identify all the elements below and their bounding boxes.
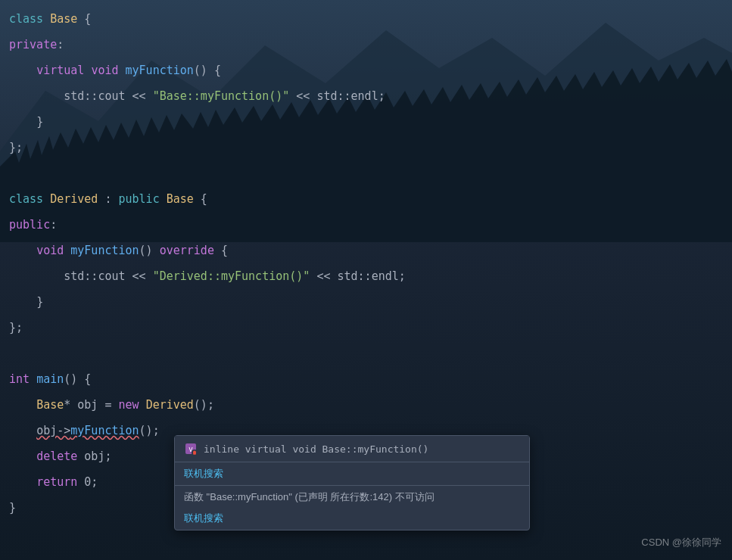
function-name-main: main — [36, 366, 64, 392]
code-line-8: class Derived : public Base { — [0, 186, 732, 212]
tooltip-link-1[interactable]: 联机搜索 — [175, 462, 529, 485]
code-line-14 — [0, 341, 732, 366]
class-base-name: Base — [50, 6, 77, 32]
base-class-ref: Base — [167, 186, 194, 212]
keyword-return: return — [36, 469, 77, 495]
keyword-public: public — [9, 212, 50, 238]
tooltip-error-text: 函数 "Base::myFunction" (已声明 所在行数:142) 不可访… — [175, 486, 529, 507]
code-line-13: }; — [0, 315, 732, 341]
string-derived-func: "Derived::myFunction()" — [153, 263, 310, 289]
tooltip-header: v inline virtual void Base::myFunction() — [175, 436, 529, 462]
code-line-3: virtual void myFunction () { — [0, 58, 732, 83]
code-line-5: } — [0, 109, 732, 135]
code-line-9: public : — [0, 212, 732, 238]
code-line-12: } — [0, 289, 732, 315]
keyword-void-2: void — [36, 238, 64, 263]
watermark-text: CSDN @徐徐同学 — [641, 536, 721, 549]
code-line-4: std::cout << "Base::myFunction()" << std… — [0, 83, 732, 109]
tooltip-link-2[interactable]: 联机搜索 — [175, 507, 529, 530]
code-line-2: private : — [0, 32, 732, 58]
code-line-7 — [0, 160, 732, 186]
intellisense-tooltip: v inline virtual void Base::myFunction()… — [174, 435, 530, 530]
function-name-myfunction-2: myFunction — [70, 238, 139, 263]
code-line-1: class Base { — [0, 6, 732, 32]
derived-type-ref: Derived — [146, 392, 194, 418]
svg-rect-4 — [193, 453, 195, 455]
keyword-private: private — [9, 32, 57, 58]
keyword-class: class — [9, 6, 43, 32]
keyword-public-access: public — [119, 186, 160, 212]
code-line-16: Base * obj = new Derived (); — [0, 392, 732, 418]
base-type-ref: Base — [36, 392, 64, 418]
code-line-6: }; — [0, 135, 732, 160]
keyword-int: int — [9, 366, 30, 392]
string-base-func: "Base::myFunction()" — [153, 83, 290, 109]
code-line-10: void myFunction () override { — [0, 238, 732, 263]
class-derived-name: Derived — [50, 186, 98, 212]
keyword-override: override — [160, 238, 214, 263]
keyword-delete: delete — [36, 443, 77, 469]
obj-call-squiggle: obj-> — [36, 418, 70, 443]
keyword-new: new — [119, 392, 139, 418]
code-line-15: int main () { — [0, 366, 732, 392]
tooltip-signature-text: inline virtual void Base::myFunction() — [204, 443, 428, 455]
keyword-virtual: virtual — [36, 58, 84, 83]
keyword-void: void — [91, 58, 118, 83]
keyword-class-2: class — [9, 186, 43, 212]
virtual-method-icon: v — [184, 442, 198, 456]
function-name-myfunction: myFunction — [126, 58, 194, 83]
code-line-11: std::cout << "Derived::myFunction()" << … — [0, 263, 732, 289]
myfunction-call-squiggle: myFunction — [70, 418, 139, 443]
